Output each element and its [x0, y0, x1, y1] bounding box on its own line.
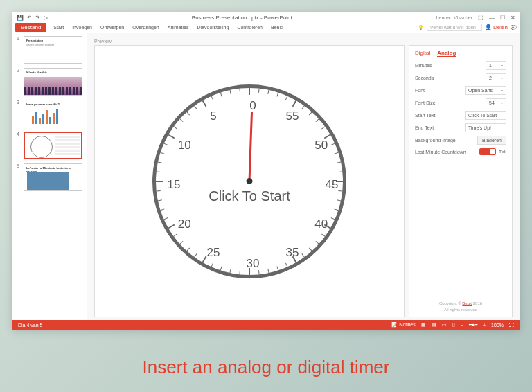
font-select[interactable]: Open Sans▾	[465, 86, 506, 95]
ribbon: Bestand Start Invoegen Ontwerpen Overgan…	[12, 22, 520, 33]
file-tab[interactable]: Bestand	[15, 23, 46, 32]
slide-canvas[interactable]: 0555045403530252015105 Click To Start	[94, 45, 405, 317]
slide-counter: Dia 4 van 5	[18, 323, 42, 328]
zoom-level[interactable]: 100%	[491, 323, 504, 328]
tell-me-search[interactable]: Vertel wat u wilt doen	[427, 24, 482, 31]
thumbnail-4[interactable]	[24, 132, 82, 159]
zoom-in-icon[interactable]: +	[483, 323, 486, 328]
close-icon[interactable]: ✕	[511, 15, 515, 21]
tab-insert[interactable]: Invoegen	[68, 24, 96, 31]
font-label: Font	[415, 88, 462, 93]
starttext-label: Start Text	[415, 113, 462, 118]
copyright-link[interactable]: Bugit	[462, 301, 472, 305]
minutes-label: Minutes	[415, 63, 483, 68]
bgimage-label: Background Image	[415, 138, 475, 143]
share-button[interactable]: 👤 Delen	[485, 24, 508, 30]
countdown-toggle[interactable]	[479, 148, 496, 155]
zoom-slider[interactable]: ━●━	[469, 322, 477, 328]
tab-slideshow[interactable]: Diavoorstelling	[193, 24, 233, 31]
thumbnail-3[interactable]: Have you ever seen this?	[24, 100, 82, 127]
undo-icon[interactable]: ↶	[27, 15, 32, 21]
endtext-input[interactable]: Time's Up!	[465, 123, 506, 132]
powerpoint-window: 💾 ↶ ↷ ▷ Business Presentation.pptx - Pow…	[12, 12, 520, 330]
ribbon-collapse-icon[interactable]: ⬚	[478, 15, 484, 21]
tab-view[interactable]: Beeld	[267, 24, 287, 31]
comments-icon[interactable]: 💬	[511, 25, 517, 30]
panel-footer: Copyright © Bugit 2016 All rights reserv…	[415, 301, 506, 312]
endtext-label: End Text	[415, 125, 462, 130]
quick-access-toolbar: 💾 ↶ ↷ ▷	[17, 15, 48, 21]
fontsize-input[interactable]: 54▾	[486, 98, 506, 107]
view-normal-icon[interactable]: ▦	[421, 322, 426, 328]
seconds-label: Seconds	[415, 75, 483, 80]
browse-button[interactable]: Bladeren	[477, 136, 506, 145]
seconds-input[interactable]: 2▾	[486, 73, 506, 82]
thumbnail-1[interactable]: Presentation Different categories worldw…	[24, 36, 82, 64]
minimize-icon[interactable]: —	[489, 15, 495, 21]
clock-center-text[interactable]: Click To Start	[209, 188, 290, 204]
tell-me-icon: 💡	[418, 25, 424, 30]
document-title: Business Presentation.pptx - PowerPoint	[48, 15, 436, 21]
user-name[interactable]: Lennart Visscher	[436, 15, 472, 20]
zoom-out-icon[interactable]: −	[461, 323, 463, 328]
tab-animations[interactable]: Animaties	[163, 24, 193, 31]
thumbnail-5[interactable]: Let's start a 15-minute brainstorm sessi…	[24, 163, 82, 191]
fit-window-icon[interactable]: ⛶	[509, 323, 514, 328]
countdown-label: Last Minute Countdown	[415, 150, 477, 154]
thumbnail-2[interactable]: It looks like this...	[24, 68, 82, 96]
main-area: 1 Presentation Different categories worl…	[12, 33, 520, 320]
tab-digital[interactable]: Digital	[415, 50, 430, 57]
view-slideshow-icon[interactable]: ▯	[452, 322, 455, 328]
view-sorter-icon[interactable]: ▤	[432, 322, 436, 328]
slide-thumbnails: 1 Presentation Different categories worl…	[12, 33, 87, 320]
tab-design[interactable]: Ontwerpen	[96, 24, 128, 31]
slide-editor: Preview 0555045403530252015105 Click To …	[87, 33, 520, 320]
clock-hand	[249, 112, 253, 181]
toggle-label: Tick	[499, 150, 506, 154]
maximize-icon[interactable]: ☐	[500, 15, 505, 21]
tab-transitions[interactable]: Overgangen	[128, 24, 163, 31]
save-icon[interactable]: 💾	[17, 15, 24, 21]
title-bar: 💾 ↶ ↷ ▷ Business Presentation.pptx - Pow…	[12, 12, 520, 22]
tab-start[interactable]: Start	[49, 24, 68, 31]
status-bar: Dia 4 van 5 📝 Notities ▦ ▤ ▭ ▯ − ━●━ + 1…	[12, 320, 520, 330]
timer-properties-panel: Digital Analog Minutes 1▾ Seconds 2▾ Fon…	[409, 45, 513, 317]
marketing-caption: Insert an analog or digital timer	[0, 357, 532, 378]
tab-review[interactable]: Controleren	[233, 24, 267, 31]
redo-icon[interactable]: ↷	[35, 15, 40, 21]
tab-analog[interactable]: Analog	[437, 50, 456, 57]
notes-button[interactable]: 📝 Notities	[391, 322, 415, 328]
minutes-input[interactable]: 1▾	[486, 61, 506, 70]
fontsize-label: Font Size	[415, 100, 483, 105]
starttext-input[interactable]: Click To Start	[465, 111, 506, 120]
preview-label: Preview	[94, 39, 513, 44]
view-reading-icon[interactable]: ▭	[442, 322, 447, 328]
analog-clock[interactable]: 0555045403530252015105 Click To Start	[152, 84, 346, 278]
